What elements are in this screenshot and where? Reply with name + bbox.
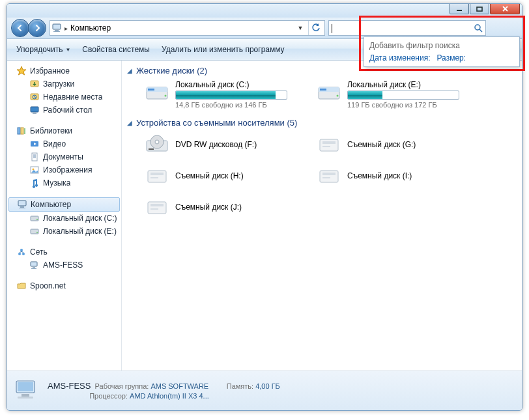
chevron-down-icon: ▼ bbox=[65, 47, 70, 53]
search-filter-title: Добавить фильтр поиска bbox=[369, 41, 514, 50]
removable-icon bbox=[144, 163, 170, 189]
recent-icon bbox=[29, 92, 40, 102]
breadcrumb[interactable]: Компьютер bbox=[70, 23, 293, 33]
chevron-down-icon[interactable]: ▼ bbox=[295, 25, 306, 31]
nav-libraries[interactable]: Библиотеки bbox=[7, 124, 121, 137]
search-filter-link[interactable]: Дата изменения: bbox=[369, 53, 431, 63]
video-icon bbox=[29, 139, 40, 149]
nav-downloads-item[interactable]: Загрузки bbox=[7, 77, 121, 91]
close-button[interactable] bbox=[490, 4, 520, 14]
nav-label: Документы bbox=[43, 152, 83, 161]
svg-rect-4 bbox=[53, 31, 60, 32]
computer-icon bbox=[51, 23, 62, 33]
navigation-pane: ИзбранноеЗагрузкиНедавние местаРабочий с… bbox=[7, 61, 122, 371]
hdd-icon bbox=[29, 226, 40, 236]
svg-point-39 bbox=[165, 95, 167, 97]
svg-rect-24 bbox=[20, 206, 24, 208]
nav-desktop-item[interactable]: Рабочий стол bbox=[7, 104, 121, 117]
forward-button[interactable] bbox=[28, 19, 46, 37]
collapse-arrow-icon: ◢ bbox=[127, 67, 132, 74]
details-pane: AMS-FESS Рабочая группа: AMS SOFTWARE Па… bbox=[7, 371, 522, 410]
organize-menu[interactable]: Упорядочить ▼ bbox=[12, 44, 74, 55]
svg-point-31 bbox=[22, 253, 25, 255]
desktop-icon bbox=[29, 105, 40, 115]
removable-icon bbox=[316, 163, 342, 189]
nav-star[interactable]: Избранное bbox=[7, 64, 121, 77]
details-workgroup-value: AMS SOFTWARE bbox=[150, 382, 208, 390]
text-caret bbox=[332, 24, 332, 33]
svg-rect-57 bbox=[148, 202, 166, 214]
removable-item[interactable]: Съемный диск (I:) bbox=[316, 163, 479, 189]
section-header-hdd[interactable]: ◢ Жесткие диски (2) bbox=[127, 66, 517, 76]
removable-item[interactable]: Съемный диск (G:) bbox=[316, 132, 479, 158]
svg-rect-58 bbox=[150, 204, 164, 206]
section-title: Жесткие диски (2) bbox=[136, 66, 207, 76]
removable-item[interactable]: Съемный диск (J:) bbox=[144, 194, 307, 220]
computer-large-icon bbox=[14, 377, 41, 404]
svg-rect-54 bbox=[320, 171, 338, 182]
nav-hdd-item[interactable]: Локальный диск (E:) bbox=[7, 225, 121, 238]
nav-recent-item[interactable]: Недавние места bbox=[7, 91, 121, 104]
nav-computer[interactable]: Компьютер bbox=[8, 197, 120, 212]
drive-name: Съемный диск (J:) bbox=[175, 203, 242, 212]
nav-music-item[interactable]: Музыка bbox=[7, 176, 121, 189]
search-box[interactable] bbox=[328, 20, 486, 36]
usage-text: 14,8 ГБ свободно из 146 ГБ bbox=[175, 101, 307, 109]
drive-name: Съемный диск (G:) bbox=[347, 140, 416, 149]
nav-image-item[interactable]: Изображения bbox=[7, 163, 121, 176]
svg-rect-48 bbox=[320, 139, 338, 151]
svg-rect-33 bbox=[31, 262, 37, 266]
nav-folder[interactable]: Spoon.net bbox=[7, 279, 121, 292]
drive-name: Локальный диск (C:) bbox=[175, 80, 307, 89]
nav-label: Рабочий стол bbox=[43, 105, 92, 115]
section-title: Устройства со съемными носителями (5) bbox=[136, 118, 297, 128]
nav-label: Избранное bbox=[30, 66, 70, 76]
svg-rect-15 bbox=[33, 113, 36, 114]
nav-label: Изображения bbox=[43, 165, 92, 175]
details-cpu-value: AMD Athlon(tm) II X3 4... bbox=[130, 392, 209, 400]
content-pane: ◢ Жесткие диски (2) Локальный диск (C:) … bbox=[122, 61, 522, 371]
nav-label: Локальный диск (E:) bbox=[43, 227, 117, 236]
collapse-arrow-icon: ◢ bbox=[127, 119, 132, 126]
svg-point-32 bbox=[20, 249, 23, 251]
svg-point-27 bbox=[36, 219, 38, 220]
nav-label: Библиотеки bbox=[30, 126, 72, 135]
nav-document-item[interactable]: Документы bbox=[7, 150, 121, 163]
removable-item[interactable]: DVD RW дисковод (F:) bbox=[144, 132, 307, 158]
folder-icon bbox=[16, 281, 27, 291]
svg-rect-17 bbox=[21, 128, 23, 134]
svg-rect-63 bbox=[18, 397, 33, 399]
svg-rect-52 bbox=[150, 173, 164, 175]
hdd-grid: Локальный диск (C:) 14,8 ГБ свободно из … bbox=[144, 79, 517, 109]
nav-label: Компьютер bbox=[31, 200, 71, 209]
search-filter-link[interactable]: Размер: bbox=[437, 53, 466, 63]
removable-item[interactable]: Съемный диск (H:) bbox=[144, 163, 307, 189]
maximize-button[interactable] bbox=[470, 4, 489, 14]
refresh-button[interactable] bbox=[308, 21, 323, 35]
search-icon[interactable] bbox=[474, 23, 483, 33]
svg-rect-0 bbox=[457, 10, 462, 11]
nav-pc-item[interactable]: AMS-FESS bbox=[7, 259, 121, 272]
svg-point-22 bbox=[33, 169, 35, 171]
nav-network[interactable]: Сеть bbox=[7, 245, 121, 259]
system-properties-button[interactable]: Свойства системы bbox=[78, 44, 154, 55]
nav-video-item[interactable]: Видео bbox=[7, 137, 121, 150]
section-header-removable[interactable]: ◢ Устройства со съемными носителями (5) bbox=[127, 118, 517, 128]
search-input[interactable] bbox=[332, 22, 429, 34]
uninstall-change-program-button[interactable]: Удалить или изменить программу bbox=[158, 44, 289, 55]
svg-rect-16 bbox=[18, 128, 20, 134]
drive-item[interactable]: Локальный диск (E:) 119 ГБ свободно из 1… bbox=[316, 79, 479, 109]
drive-item[interactable]: Локальный диск (C:) 14,8 ГБ свободно из … bbox=[144, 79, 307, 109]
music-icon bbox=[29, 178, 40, 188]
star-icon bbox=[16, 66, 27, 76]
hdd-icon bbox=[29, 213, 40, 223]
nav-hdd-item[interactable]: Локальный диск (C:) bbox=[7, 212, 121, 225]
svg-point-29 bbox=[36, 232, 38, 233]
svg-rect-51 bbox=[148, 171, 166, 182]
minimize-button[interactable] bbox=[450, 4, 469, 14]
drive-name: DVD RW дисковод (F:) bbox=[175, 140, 257, 149]
back-button[interactable] bbox=[11, 19, 29, 37]
downloads-icon bbox=[29, 79, 40, 89]
svg-point-30 bbox=[18, 253, 21, 255]
address-bar[interactable]: ▸ Компьютер ▼ bbox=[50, 20, 325, 36]
